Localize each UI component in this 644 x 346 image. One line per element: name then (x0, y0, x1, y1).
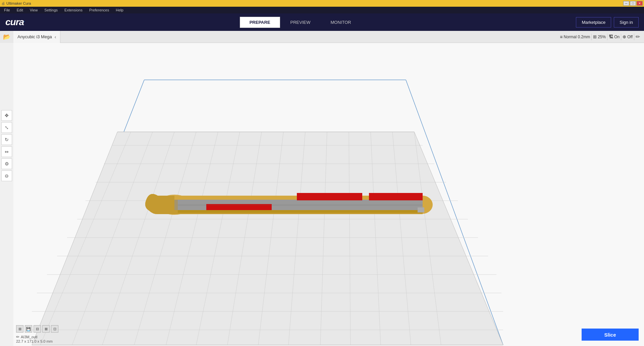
nav-tabs: PREPARE PREVIEW MONITOR (240, 17, 361, 28)
printer-name: Anycubic i3 Mega (17, 34, 52, 39)
svg-rect-45 (418, 207, 424, 212)
close-button[interactable]: ✕ (637, 1, 643, 6)
move-icon: ✥ (5, 113, 9, 118)
bottom-icon-2[interactable]: 💾 (25, 325, 32, 333)
divider (591, 34, 592, 40)
support-blocker-icon: ⊖ (5, 173, 9, 179)
open-folder-button[interactable]: 📂 (0, 31, 13, 43)
viewport[interactable]: ✏ AI3M_outl 22.7 x 171.0 x 5.0 mm ⊞ 💾 ⊟ … (13, 43, 644, 346)
adhesion-setting[interactable]: ⊕ Off (623, 34, 633, 39)
menu-edit[interactable]: Edit (15, 7, 24, 13)
menu-help[interactable]: Help (114, 7, 125, 13)
divider3 (621, 34, 621, 40)
support-icon: 🏗 (609, 34, 613, 39)
tool-move[interactable]: ✥ (1, 110, 12, 121)
viewport-svg (13, 43, 644, 346)
infill-icon: ⊞ (593, 34, 597, 39)
slice-button[interactable]: Slice (582, 329, 639, 341)
support-label: On (614, 35, 620, 39)
model-dimensions: 22.7 x 171.0 x 5.0 mm (16, 339, 53, 343)
profile-label: Normal 0.2mm (564, 35, 590, 39)
marketplace-button[interactable]: Marketplace (576, 17, 611, 28)
maximize-button[interactable]: □ (630, 1, 636, 6)
tool-scale[interactable]: ⤡ (1, 122, 12, 133)
bottom-icon-1[interactable]: ⊞ (16, 325, 23, 333)
svg-rect-41 (297, 193, 362, 200)
infill-label: 25% (598, 35, 606, 39)
divider2 (607, 34, 607, 40)
nav-right: Marketplace Sign in (576, 17, 639, 28)
menu-extensions[interactable]: Extensions (63, 7, 84, 13)
infill-setting[interactable]: ⊞ 25% (593, 34, 606, 39)
title-bar: 🖨 Ultimaker Cura ─ □ ✕ (0, 0, 644, 7)
left-toolbar: ✥ ⤡ ↻ ⇔ ⚙ ⊖ (0, 43, 13, 346)
printer-tab-arrow[interactable]: ‹ (55, 34, 56, 40)
svg-rect-43 (178, 210, 423, 213)
bottom-icon-4[interactable]: ⊠ (42, 325, 50, 333)
cura-logo: cura. (5, 17, 24, 28)
printer-bar: 📂 Anycubic i3 Mega ‹ ≡ Normal 0.2mm ⊞ 25… (0, 31, 644, 43)
menu-preferences[interactable]: Preferences (88, 7, 110, 13)
tool-rotate[interactable]: ↻ (1, 134, 12, 145)
window-title: Ultimaker Cura (6, 1, 31, 5)
tool-permodel[interactable]: ⚙ (1, 158, 12, 169)
minimize-button[interactable]: ─ (623, 1, 629, 6)
signin-button[interactable]: Sign in (614, 17, 639, 28)
edit-settings-button[interactable]: ✏ (636, 34, 640, 40)
tool-mirror[interactable]: ⇔ (1, 146, 12, 157)
model-info: ✏ AI3M_outl 22.7 x 171.0 x 5.0 mm (16, 335, 53, 343)
adhesion-label: Off (627, 35, 633, 39)
scale-icon: ⤡ (5, 125, 9, 130)
model-name: AI3M_outl (21, 335, 38, 339)
adhesion-icon: ⊕ (623, 34, 626, 39)
bottom-icon-5[interactable]: ⊡ (51, 325, 58, 333)
bottom-icons: ⊞ 💾 ⊟ ⊠ ⊡ (16, 325, 58, 333)
profile-icon: ≡ (560, 34, 562, 40)
folder-icon: 📂 (3, 33, 10, 41)
bottom-icon-3[interactable]: ⊟ (34, 325, 41, 333)
pencil-icon: ✏ (16, 335, 19, 339)
top-nav: cura. PREPARE PREVIEW MONITOR Marketplac… (0, 13, 644, 31)
main-content: ✥ ⤡ ↻ ⇔ ⚙ ⊖ (0, 43, 644, 346)
menu-bar: File Edit View Settings Extensions Prefe… (0, 7, 644, 13)
permodel-icon: ⚙ (5, 161, 9, 166)
divider4 (634, 34, 634, 40)
logo-dot: . (24, 19, 24, 22)
menu-settings[interactable]: Settings (43, 7, 59, 13)
app-icon: 🖨 (1, 1, 5, 5)
tab-preview[interactable]: PREVIEW (281, 17, 320, 28)
profile-setting[interactable]: ≡ Normal 0.2mm (560, 34, 590, 40)
svg-rect-42 (369, 193, 423, 200)
printer-tab[interactable]: Anycubic i3 Mega ‹ (13, 31, 60, 43)
mirror-icon: ⇔ (5, 149, 9, 154)
rotate-icon: ↻ (5, 137, 9, 142)
menu-view[interactable]: View (29, 7, 39, 13)
tab-monitor[interactable]: MONITOR (321, 17, 361, 28)
tool-support[interactable]: ⊖ (1, 170, 12, 181)
menu-file[interactable]: File (3, 7, 11, 13)
tab-prepare[interactable]: PREPARE (240, 17, 280, 28)
support-setting[interactable]: 🏗 On (609, 34, 620, 39)
